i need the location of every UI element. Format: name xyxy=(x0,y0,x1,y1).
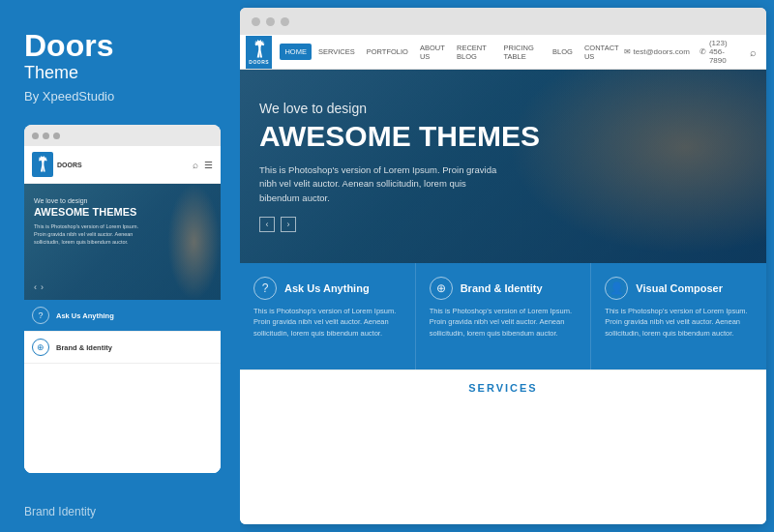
main-hero-arrows: ‹ › xyxy=(259,217,747,232)
main-nav-right: ✉ test@doors.com ✆ (123) 456-7890 ⌕ xyxy=(624,39,758,65)
feature-visual-body: This is Photoshop's version of Lorem Ips… xyxy=(605,306,753,339)
brand-subtitle: Theme xyxy=(24,63,221,83)
feature-brand-header: ⊕ Brand & Identity xyxy=(430,277,578,300)
mini-dot-3 xyxy=(53,133,60,139)
email-icon: ✉ xyxy=(624,47,631,56)
mini-nav: DOORS ⌕ ☰ xyxy=(24,146,221,184)
feature-brand-icon: ⊕ xyxy=(430,277,453,300)
feature-box-ask: ? Ask Us Anything This is Photoshop's ve… xyxy=(240,263,416,369)
feature-visual-icon: 👤 xyxy=(605,277,628,300)
mini-hero-text: We love to design awesome THEMES This is… xyxy=(34,197,140,246)
mini-feature-ask: ? Ask Us Anything xyxy=(24,300,221,332)
mini-menu-icon[interactable]: ☰ xyxy=(204,160,213,170)
email-text: test@doors.com xyxy=(634,47,690,56)
nav-link-pricing[interactable]: PRICING TABLE xyxy=(499,40,547,65)
mini-feature-brand: ⊕ Brand & Identity xyxy=(24,332,221,364)
mini-browser-bar xyxy=(24,125,221,146)
feature-ask-body: This is Photoshop's version of Lorem Ips… xyxy=(253,306,402,339)
main-site: DOORS HOME SERVICES PORTFOLIO ABOUT US R… xyxy=(240,35,766,524)
mini-feature-label-ask: Ask Us Anything xyxy=(56,311,114,320)
feature-ask-icon: ? xyxy=(253,277,277,300)
nav-link-home[interactable]: HOME xyxy=(280,44,312,60)
nav-phone: ✆ (123) 456-7890 xyxy=(700,39,740,65)
nav-link-portfolio[interactable]: PORTFOLIO xyxy=(362,44,413,60)
main-nav: DOORS HOME SERVICES PORTFOLIO ABOUT US R… xyxy=(240,35,766,70)
brand-by: By XpeedStudio xyxy=(24,89,221,103)
services-label: SERVICES xyxy=(468,382,537,394)
feature-box-brand: ⊕ Brand & Identity This is Photoshop's v… xyxy=(416,263,592,369)
hero-next-arrow[interactable]: › xyxy=(281,217,296,232)
main-hero-body: This is Photoshop's version of Lorem Ips… xyxy=(259,163,501,205)
main-dot-2 xyxy=(266,17,275,26)
mini-site: DOORS ⌕ ☰ We love to design awesome THEM… xyxy=(24,146,221,473)
nav-link-services[interactable]: SERVICES xyxy=(313,44,360,60)
nav-email: ✉ test@doors.com xyxy=(624,47,690,56)
mini-hero-body: This is Photoshop's version of Lorem Ips… xyxy=(34,223,140,246)
left-panel: Doors Theme By XpeedStudio DOORS xyxy=(0,0,240,532)
mini-logo-text: DOORS xyxy=(57,162,82,168)
mini-hero-arrows: ‹ › xyxy=(34,282,44,292)
main-dot-3 xyxy=(281,17,289,26)
mini-feature-label-brand: Brand & Identity xyxy=(56,343,112,352)
services-bar: SERVICES xyxy=(240,369,766,404)
mini-logo-icon xyxy=(32,152,53,177)
hero-prev-arrow[interactable]: ‹ xyxy=(259,217,275,232)
main-features: ? Ask Us Anything This is Photoshop's ve… xyxy=(240,263,766,369)
mini-browser: DOORS ⌕ ☰ We love to design awesome THEM… xyxy=(24,125,221,473)
main-dot-1 xyxy=(252,17,260,26)
main-hero: We love to design awesome THEMES This is… xyxy=(240,70,766,263)
main-browser-bar xyxy=(240,8,766,35)
bottom-label: Brand Identity xyxy=(24,505,96,518)
mini-features: ? Ask Us Anything ⊕ Brand & Identity xyxy=(24,300,221,473)
nav-link-contact[interactable]: CONTACT US xyxy=(580,40,624,65)
nav-link-blog2[interactable]: BLOG xyxy=(548,44,578,60)
feature-box-visual: 👤 Visual Composer This is Photoshop's ve… xyxy=(591,263,766,369)
main-logo-box: DOORS xyxy=(246,36,272,69)
phone-text: (123) 456-7890 xyxy=(709,39,740,65)
next-arrow-icon[interactable]: › xyxy=(41,282,44,292)
ask-icon: ? xyxy=(32,307,49,324)
mini-nav-icons: ⌕ ☰ xyxy=(193,160,213,170)
feature-visual-header: 👤 Visual Composer xyxy=(605,277,753,300)
brand-icon: ⊕ xyxy=(32,339,49,356)
right-panel: DOORS HOME SERVICES PORTFOLIO ABOUT US R… xyxy=(240,8,766,524)
mini-hero-main: awesome THEMES xyxy=(34,206,140,219)
mini-dot-2 xyxy=(43,133,49,139)
mini-search-icon[interactable]: ⌕ xyxy=(193,160,198,170)
brand-title: Doors xyxy=(24,29,221,63)
main-logo-text: DOORS xyxy=(249,59,269,65)
mini-dot-1 xyxy=(32,133,39,139)
nav-search-icon[interactable]: ⌕ xyxy=(750,46,757,58)
main-hero-sub: We love to design xyxy=(259,101,747,116)
feature-visual-title: Visual Composer xyxy=(636,282,723,294)
nav-link-about[interactable]: ABOUT US xyxy=(415,40,450,65)
feature-brand-title: Brand & Identity xyxy=(461,282,543,294)
feature-ask-header: ? Ask Us Anything xyxy=(253,277,402,300)
main-deer-icon xyxy=(252,40,267,59)
mini-logo: DOORS xyxy=(32,152,82,177)
main-nav-left: DOORS HOME SERVICES PORTFOLIO ABOUT US R… xyxy=(246,36,624,69)
feature-ask-title: Ask Us Anything xyxy=(284,282,370,294)
main-hero-title: awesome THEMES xyxy=(259,120,747,152)
prev-arrow-icon[interactable]: ‹ xyxy=(34,282,37,292)
feature-brand-body: This is Photoshop's version of Lorem Ips… xyxy=(430,306,578,339)
nav-link-blog[interactable]: RECENT BLOG xyxy=(452,40,497,65)
phone-icon: ✆ xyxy=(700,47,706,56)
main-nav-links: HOME SERVICES PORTFOLIO ABOUT US RECENT … xyxy=(280,40,623,65)
mini-hero: We love to design awesome THEMES This is… xyxy=(24,184,221,300)
mini-hero-sub: We love to design xyxy=(34,197,140,204)
